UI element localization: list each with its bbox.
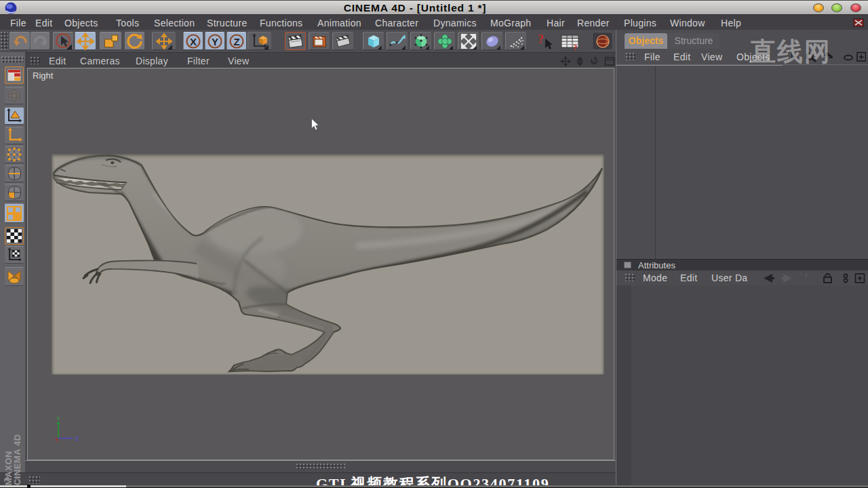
- svg-text:Z: Z: [75, 435, 79, 442]
- svg-text:X: X: [55, 437, 59, 443]
- svg-text:Y: Y: [212, 35, 218, 47]
- svg-text:?: ?: [538, 33, 544, 46]
- svg-text:X: X: [190, 35, 197, 47]
- svg-text:Y: Y: [56, 415, 60, 422]
- svg-text:Z: Z: [233, 35, 239, 47]
- svg-text:?: ?: [573, 42, 578, 50]
